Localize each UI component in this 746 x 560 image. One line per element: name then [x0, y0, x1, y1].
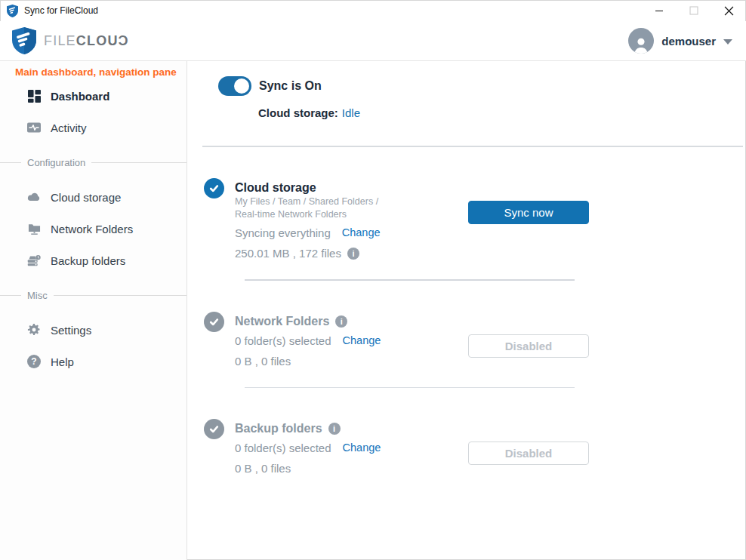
filecloud-shield-icon [12, 27, 36, 54]
network-folders-section: Network Folders i 0 folder(s) selected C… [202, 281, 743, 369]
cloud-storage-section: Cloud storage My Files / Team / Shared F… [202, 147, 743, 261]
scope-line: Real-time Network Folders [235, 208, 381, 221]
stats-text: 250.01 MB , 172 files [235, 245, 341, 261]
filecloud-logo: FILECLOUƆ [12, 27, 129, 54]
sync-now-button[interactable]: Sync now [468, 201, 589, 224]
user-menu[interactable]: demouser [628, 28, 732, 54]
dashboard-annotation: Main dashboard, navigation pane [0, 66, 186, 78]
navigation-pane: Main dashboard, navigation pane Dashboar… [0, 61, 187, 560]
stats-text: 0 B , 0 files [235, 460, 291, 476]
titlebar: Sync for FileCloud [0, 0, 746, 21]
help-icon: ? [27, 355, 41, 368]
avatar [628, 28, 654, 54]
info-icon[interactable]: i [335, 315, 347, 328]
sidebar-item-settings[interactable]: Settings [0, 314, 186, 346]
network-folder-icon [27, 222, 41, 235]
selection-text: 0 folder(s) selected [235, 440, 331, 456]
info-icon[interactable]: i [328, 423, 341, 435]
backup-folders-disabled-button[interactable]: Disabled [468, 442, 589, 465]
section-label-configuration: Configuration [0, 155, 186, 169]
backup-folders-section: Backup folders i 0 folder(s) selected Ch… [202, 388, 743, 476]
cloud-icon [27, 190, 41, 204]
nav-configuration: Cloud storage Network Folders [0, 181, 186, 276]
minimize-button[interactable] [642, 0, 677, 21]
section-title: Cloud storage [235, 180, 316, 195]
window-controls [642, 0, 746, 21]
app-header: FILECLOUƆ demouser [0, 21, 746, 61]
status-label: Cloud storage: [258, 106, 338, 119]
dashboard-main: Sync is On Cloud storage:Idle Cloud stor… [187, 61, 746, 560]
maximize-button[interactable] [677, 0, 711, 21]
nav-top: Dashboard Activity [0, 80, 186, 143]
network-folders-disabled-button[interactable]: Disabled [468, 334, 589, 358]
close-icon [724, 6, 734, 16]
sidebar-item-backup-folders[interactable]: Backup folders [0, 245, 186, 276]
cloud-storage-check-icon [204, 178, 224, 198]
sync-toggle[interactable] [218, 76, 251, 96]
section-title: Backup folders [235, 421, 322, 436]
backup-folders-check-icon [204, 419, 224, 439]
maximize-icon [689, 6, 698, 15]
section-title: Network Folders [235, 314, 329, 329]
sidebar-item-dashboard[interactable]: Dashboard [0, 80, 186, 112]
sidebar-item-label: Backup folders [51, 254, 125, 267]
sidebar-item-label: Network Folders [51, 223, 133, 235]
sidebar-item-label: Help [51, 355, 74, 368]
selection-text: 0 folder(s) selected [235, 333, 331, 349]
change-link[interactable]: Change [343, 440, 381, 456]
section-label-misc: Misc [0, 288, 186, 302]
stats-text: 0 B , 0 files [235, 353, 291, 369]
nav-misc: Settings ? Help [0, 314, 186, 377]
sync-status-label: Sync is On [259, 79, 322, 93]
network-folders-check-icon [204, 312, 224, 332]
gear-icon [27, 323, 41, 337]
status-value: Idle [342, 106, 360, 119]
toggle-knob [234, 78, 249, 94]
change-link[interactable]: Change [342, 225, 381, 241]
sidebar-item-network-folders[interactable]: Network Folders [0, 213, 186, 245]
change-link[interactable]: Change [343, 333, 381, 349]
filecloud-logo-text: FILECLOUƆ [44, 33, 129, 49]
sidebar-item-cloud-storage[interactable]: Cloud storage [0, 181, 186, 213]
info-icon[interactable]: i [347, 248, 359, 260]
sync-toggle-row: Sync is On [202, 76, 743, 96]
sidebar-item-help[interactable]: ? Help [0, 346, 186, 377]
window-title: Sync for FileCloud [24, 5, 98, 16]
close-button[interactable] [711, 0, 746, 21]
sidebar-item-label: Cloud storage [51, 191, 121, 204]
app-shield-icon [7, 5, 18, 17]
minimize-icon [655, 6, 664, 15]
activity-icon [27, 121, 41, 134]
chevron-down-icon [723, 39, 732, 45]
cloud-storage-status: Cloud storage:Idle [258, 106, 743, 121]
sidebar-item-label: Dashboard [51, 90, 109, 103]
selection-text: Syncing everything [235, 225, 331, 241]
backup-drive-icon [27, 254, 41, 267]
user-name: demouser [661, 35, 716, 48]
person-icon [631, 35, 651, 54]
scope-line: My Files / Team / Shared Folders / [235, 195, 381, 208]
sidebar-item-label: Activity [51, 122, 87, 134]
sidebar-item-label: Settings [51, 324, 91, 337]
dashboard-icon [27, 89, 41, 103]
app-window: Sync for FileCloud [0, 0, 746, 560]
sidebar-item-activity[interactable]: Activity [0, 112, 186, 143]
